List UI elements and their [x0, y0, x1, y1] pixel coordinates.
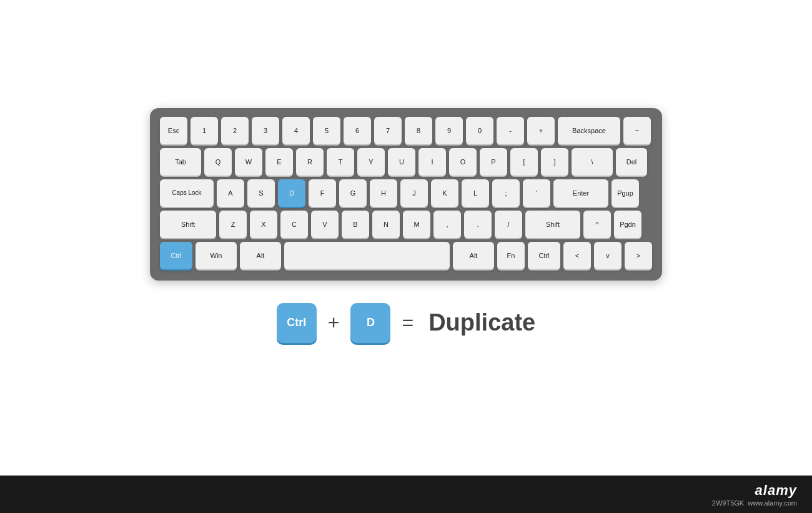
- footer-logo: alamy 2W9T5GK www.alamy.com: [712, 482, 797, 507]
- key-f: F: [309, 179, 336, 207]
- key-esc: Esc: [160, 117, 187, 144]
- key-ctrl-right: Ctrl: [528, 242, 560, 269]
- shortcut-display: Ctrl + D = Duplicate: [277, 303, 535, 343]
- main-content: Esc 1 2 3 4 5 6 7 8 9 0 - + Backspace ~ …: [0, 0, 812, 476]
- key-j: J: [400, 179, 428, 207]
- key-z: Z: [219, 211, 247, 238]
- key-caret: ^: [583, 211, 611, 238]
- key-ctrl-left-highlight: Ctrl: [160, 242, 192, 269]
- alamy-logo-text: alamy: [712, 482, 797, 499]
- key-alt-left: Alt: [240, 242, 281, 269]
- key-tab: Tab: [160, 148, 201, 176]
- key-enter: Enter: [553, 179, 608, 207]
- key-tilde: ~: [623, 117, 651, 144]
- key-i: I: [418, 148, 446, 176]
- key-v: V: [311, 211, 339, 238]
- key-g: G: [339, 179, 367, 207]
- shortcut-plus-sign: +: [328, 311, 340, 334]
- key-shift-right: Shift: [525, 211, 580, 238]
- shortcut-ctrl-key: Ctrl: [277, 303, 317, 343]
- keyboard-row-1: Esc 1 2 3 4 5 6 7 8 9 0 - + Backspace ~: [160, 117, 652, 144]
- key-arrow-down: v: [594, 242, 621, 269]
- key-semicolon: ;: [492, 179, 520, 207]
- key-caps-lock: Caps Lock: [160, 179, 214, 207]
- key-6: 6: [344, 117, 371, 144]
- key-o: O: [449, 148, 477, 176]
- key-q: Q: [204, 148, 232, 176]
- key-x: X: [250, 211, 277, 238]
- key-4: 4: [282, 117, 310, 144]
- key-spacebar: [284, 242, 450, 269]
- key-b: B: [342, 211, 369, 238]
- key-y: Y: [357, 148, 385, 176]
- key-9: 9: [435, 117, 463, 144]
- key-7: 7: [374, 117, 402, 144]
- key-r: R: [296, 148, 324, 176]
- shortcut-equals-sign: =: [402, 311, 413, 334]
- keyboard-row-5: Ctrl Win Alt Alt Fn Ctrl < v >: [160, 242, 652, 269]
- key-0: 0: [466, 117, 493, 144]
- keyboard-row-4: Shift Z X C V B N M , . / Shift ^ Pgdn: [160, 211, 652, 238]
- key-plus: +: [527, 117, 555, 144]
- key-p: P: [480, 148, 507, 176]
- key-del: Del: [616, 148, 647, 176]
- key-pgdn: Pgdn: [614, 211, 641, 238]
- key-c: C: [280, 211, 308, 238]
- key-w: W: [235, 148, 262, 176]
- key-a: A: [217, 179, 244, 207]
- key-3: 3: [252, 117, 279, 144]
- key-win: Win: [196, 242, 237, 269]
- key-backspace: Backspace: [558, 117, 620, 144]
- key-l: L: [462, 179, 489, 207]
- keyboard-row-2: Tab Q W E R T Y U I O P [ ] \ Del: [160, 148, 652, 176]
- key-comma: ,: [433, 211, 461, 238]
- key-minus: -: [497, 117, 524, 144]
- key-h: H: [370, 179, 397, 207]
- key-m: M: [403, 211, 430, 238]
- key-n: N: [372, 211, 400, 238]
- key-t: T: [327, 148, 354, 176]
- key-arrow-left: <: [563, 242, 591, 269]
- key-2: 2: [221, 117, 249, 144]
- footer-image-id: 2W9T5GK www.alamy.com: [712, 499, 797, 507]
- key-shift-left: Shift: [160, 211, 216, 238]
- key-alt-right: Alt: [453, 242, 494, 269]
- key-pgup: Pgup: [611, 179, 639, 207]
- shortcut-action-label: Duplicate: [428, 309, 535, 336]
- key-fn: Fn: [497, 242, 525, 269]
- key-period: .: [464, 211, 492, 238]
- key-5: 5: [313, 117, 340, 144]
- footer-bar: alamy 2W9T5GK www.alamy.com: [0, 476, 812, 513]
- key-bracket-open: [: [510, 148, 538, 176]
- keyboard-row-3: Caps Lock A S D F G H J K L ; ' Enter Pg…: [160, 179, 652, 207]
- key-k: K: [431, 179, 458, 207]
- shortcut-d-key: D: [350, 303, 390, 343]
- key-quote: ': [523, 179, 550, 207]
- key-backslash: \: [572, 148, 613, 176]
- key-s: S: [247, 179, 275, 207]
- key-8: 8: [405, 117, 432, 144]
- key-u: U: [388, 148, 415, 176]
- key-e: E: [265, 148, 293, 176]
- key-d-highlight: D: [278, 179, 305, 207]
- key-1: 1: [191, 117, 218, 144]
- key-arrow-right: >: [625, 242, 652, 269]
- key-slash: /: [495, 211, 522, 238]
- key-bracket-close: ]: [541, 148, 568, 176]
- keyboard-illustration: Esc 1 2 3 4 5 6 7 8 9 0 - + Backspace ~ …: [150, 108, 662, 281]
